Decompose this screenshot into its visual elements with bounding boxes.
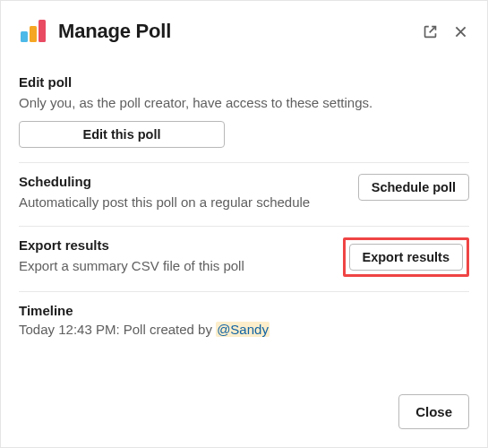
modal-footer: Close — [1, 380, 487, 447]
timeline-text: Today 12:43 PM: Poll created by — [19, 322, 216, 337]
header-actions — [421, 22, 469, 40]
open-external-icon[interactable] — [421, 22, 439, 40]
timeline-title: Timeline — [19, 303, 469, 318]
scheduling-desc: Automatically post this poll on a regula… — [19, 193, 347, 211]
edit-poll-desc: Only you, as the poll creator, have acce… — [19, 93, 469, 112]
poll-app-icon — [19, 17, 47, 46]
timeline-entry: Today 12:43 PM: Poll created by @Sandy — [19, 322, 469, 337]
user-mention[interactable]: @Sandy — [216, 322, 270, 337]
edit-poll-title: Edit poll — [19, 74, 469, 90]
close-button[interactable]: Close — [398, 394, 469, 429]
modal-title: Manage Poll — [58, 20, 421, 43]
modal-content: Edit poll Only you, as the poll creator,… — [1, 58, 487, 380]
modal-header: Manage Poll — [1, 1, 487, 58]
manage-poll-modal: Manage Poll Edit poll Only you, as the p… — [0, 0, 488, 448]
svg-rect-1 — [30, 26, 37, 42]
export-highlight: Export results — [343, 237, 470, 277]
edit-this-poll-button[interactable]: Edit this poll — [19, 121, 225, 148]
export-results-button[interactable]: Export results — [349, 244, 464, 271]
edit-poll-section: Edit poll Only you, as the poll creator,… — [19, 64, 469, 163]
scheduling-section: Scheduling Automatically post this poll … — [19, 163, 469, 227]
export-results-section: Export results Export a summary CSV file… — [19, 227, 469, 292]
svg-rect-2 — [39, 20, 46, 42]
export-results-title: Export results — [19, 237, 332, 253]
close-icon[interactable] — [451, 22, 469, 40]
export-results-desc: Export a summary CSV file of this poll — [19, 256, 332, 275]
schedule-poll-button[interactable]: Schedule poll — [358, 174, 469, 201]
timeline-section: Timeline Today 12:43 PM: Poll created by… — [19, 292, 469, 351]
svg-rect-0 — [21, 31, 28, 42]
scheduling-title: Scheduling — [19, 174, 347, 189]
